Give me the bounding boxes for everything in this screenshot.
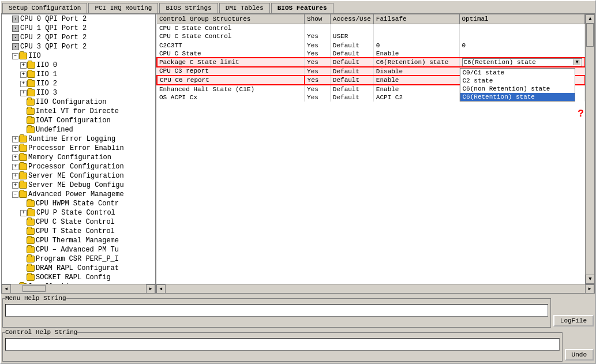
cell-failsafe: C6(Retention) state	[373, 58, 459, 67]
scroll-thumb[interactable]	[23, 285, 46, 292]
folder-icon	[27, 246, 35, 253]
tab-setup[interactable]: Setup Configuration	[2, 3, 87, 13]
cell-access: Default	[330, 42, 373, 50]
expand-proc-config[interactable]: +	[12, 164, 18, 170]
table-row[interactable]: CPU C State Yes Default Enable	[157, 50, 585, 58]
scroll-right-btn[interactable]: ►	[146, 284, 155, 294]
tree-item-runtime-error[interactable]: + Runtime Error Logging	[2, 134, 155, 144]
tree-item-iio2[interactable]: + IIO 2	[2, 79, 155, 88]
folder-icon	[27, 71, 35, 78]
scroll-left-btn[interactable]: ◄	[156, 284, 166, 294]
tab-bios-strings[interactable]: BIOS Strings	[159, 3, 218, 13]
folder-icon	[27, 228, 35, 235]
folder-icon	[19, 52, 27, 59]
tree-item-intel-vt[interactable]: Intel VT for Directe	[2, 107, 155, 116]
tree-item-cpu1[interactable]: ▪ CPU 1 QPI Port 2	[2, 24, 155, 33]
tree-item-iio0[interactable]: + IIO 0	[2, 61, 155, 70]
expand-memory-config[interactable]: +	[12, 155, 18, 161]
tree-item-proc-error[interactable]: + Processor Error Enablin	[2, 144, 155, 153]
dropdown-option-3[interactable]: C6(Retention) state	[460, 93, 575, 101]
folder-icon	[19, 163, 27, 170]
undo-button[interactable]: Undo	[565, 349, 594, 361]
tab-pci[interactable]: PCI IRQ Routing	[88, 3, 158, 13]
tree-item-cpu-p-state[interactable]: + CPU P State Control	[2, 208, 155, 217]
dropdown-option-1[interactable]: C2 state	[460, 77, 575, 85]
tree-item-iio3[interactable]: + IIO 3	[2, 88, 155, 97]
expand-overclocking[interactable]: +	[12, 284, 18, 284]
tree-item-iio-config[interactable]: IIO Configuration	[2, 97, 155, 107]
tab-bios-features[interactable]: BIOS Features	[271, 3, 333, 13]
tree-item-cpu2[interactable]: ▪ CPU 2 QPI Port 2	[2, 33, 155, 42]
tree-item-cpu3[interactable]: ▪ CPU 3 QPI Port 2	[2, 42, 155, 51]
expand-server-me[interactable]: +	[12, 173, 18, 179]
logfile-button[interactable]: LogFile	[553, 315, 594, 327]
expand-iio3[interactable]: +	[20, 90, 27, 96]
col-header-optimal: Optimal	[459, 14, 584, 24]
expand-adv-power[interactable]: –	[12, 192, 18, 198]
tree-item-cpu-thermal[interactable]: CPU Thermal Manageme	[2, 236, 155, 245]
expand-cpu-p-state[interactable]: +	[20, 210, 27, 216]
folder-icon	[27, 62, 35, 69]
menu-help-content	[5, 304, 548, 317]
cpu-icon: ▪	[12, 25, 19, 32]
folder-icon	[19, 283, 27, 284]
tree-item-ioat[interactable]: IOAT Configuration	[2, 116, 155, 125]
dropdown-option-2[interactable]: C6(non Retention) state	[460, 85, 575, 93]
tree-item-proc-config[interactable]: + Processor Configuration	[2, 162, 155, 171]
tree-item-cpu-hwpm[interactable]: CPU HWPM State Contr	[2, 199, 155, 208]
dropdown-arrow-icon[interactable]: ▼	[573, 59, 580, 65]
tree-item-cpu-adv-pm[interactable]: CPU – Advanced PM Tu	[2, 245, 155, 254]
tree-item-cpu0[interactable]: ▪ CPU 0 QPI Port 2	[2, 14, 155, 24]
scroll-down-btn[interactable]: ▼	[586, 275, 594, 284]
scroll-track[interactable]	[586, 24, 594, 275]
folder-icon	[27, 219, 35, 226]
cell-name: OS ACPI Cx	[157, 93, 305, 102]
cell-show: Yes	[305, 58, 331, 67]
table-row[interactable]: C2C3TT Yes Default 0 0	[157, 42, 585, 50]
expand-iio2[interactable]: +	[20, 81, 27, 87]
table-row[interactable]: CPU C State Control	[157, 24, 585, 33]
expand-iio1[interactable]: +	[20, 72, 27, 78]
cell-access: Default	[330, 93, 373, 102]
folder-icon	[27, 237, 35, 244]
right-hscrollbar: ◄ ►	[156, 284, 594, 293]
col-header-show: Show	[305, 14, 331, 24]
tree-item-iio[interactable]: – IIO	[2, 51, 155, 61]
question-mark-icon: ?	[578, 108, 584, 119]
tab-dmi[interactable]: DMI Tables	[219, 3, 270, 13]
tree-item-socket-rapl[interactable]: SOCKET RAPL Config	[2, 273, 155, 282]
expand-proc-error[interactable]: +	[12, 145, 18, 152]
folder-icon	[27, 200, 35, 207]
scroll-left-btn[interactable]: ◄	[2, 284, 11, 294]
dropdown-box[interactable]: C6(Retention) state ▼	[462, 58, 582, 66]
folder-icon	[27, 126, 35, 133]
scroll-up-btn[interactable]: ▲	[586, 14, 594, 24]
tree-item-memory-config[interactable]: + Memory Configuration	[2, 153, 155, 162]
scroll-right-btn[interactable]: ►	[585, 284, 594, 294]
expand-runtime-error[interactable]: +	[12, 136, 18, 142]
folder-icon	[27, 274, 35, 281]
tree-item-server-me[interactable]: + Server ME Configuration	[2, 171, 155, 181]
tree-item-cpu-c-state-ctrl[interactable]: CPU C State Control	[2, 217, 155, 227]
expand-iio[interactable]: –	[12, 53, 18, 59]
expand-server-me-debug[interactable]: +	[12, 182, 18, 189]
tree-item-iio1[interactable]: + IIO 1	[2, 70, 155, 79]
cell-name: CPU C6 report	[157, 76, 305, 85]
tree-item-server-me-debug[interactable]: + Server ME Debug Configu	[2, 181, 155, 190]
tree-item-dram-rapl[interactable]: DRAM RAPL Configurat	[2, 264, 155, 273]
expand-iio0[interactable]: +	[20, 62, 27, 69]
config-pane: Control Group Structures Show Access/Use…	[156, 14, 594, 293]
table-row-package-c-state[interactable]: Package C State limit Yes Default C6(Ret…	[157, 58, 585, 67]
cell-show	[305, 24, 331, 33]
scroll-thumb[interactable]	[586, 24, 594, 47]
cell-failsafe	[373, 24, 459, 33]
folder-icon	[27, 89, 35, 96]
dropdown-option-0[interactable]: C0/C1 state	[460, 69, 575, 77]
tree-item-undefined[interactable]: Undefined	[2, 125, 155, 134]
table-row[interactable]: CPU C State Control Yes USER	[157, 32, 585, 40]
scroll-track[interactable]	[11, 284, 146, 293]
tree-item-cpu-t-state[interactable]: CPU T State Control	[2, 227, 155, 236]
tree-item-program-csr[interactable]: Program CSR PERF_P_I	[2, 254, 155, 264]
tree-item-adv-power[interactable]: – Advanced Power Manageme	[2, 190, 155, 199]
dropdown-list[interactable]: C0/C1 state C2 state C6(non Retention) s…	[460, 68, 575, 102]
